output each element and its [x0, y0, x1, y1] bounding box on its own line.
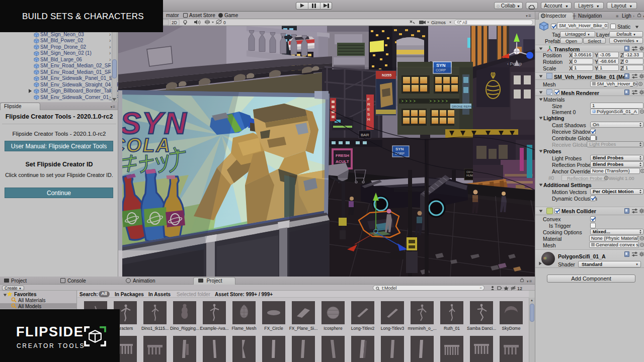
svg-text:‹ Persp: ‹ Persp	[507, 61, 522, 66]
svg-text:0: 0	[223, 20, 226, 25]
svg-text:12: 12	[517, 286, 522, 291]
svg-text:2D: 2D	[172, 20, 177, 25]
svg-text:Gizmos: Gizmos	[431, 20, 446, 25]
svg-text:All: All	[462, 20, 467, 25]
svg-text:SYN: SYN	[436, 63, 446, 68]
